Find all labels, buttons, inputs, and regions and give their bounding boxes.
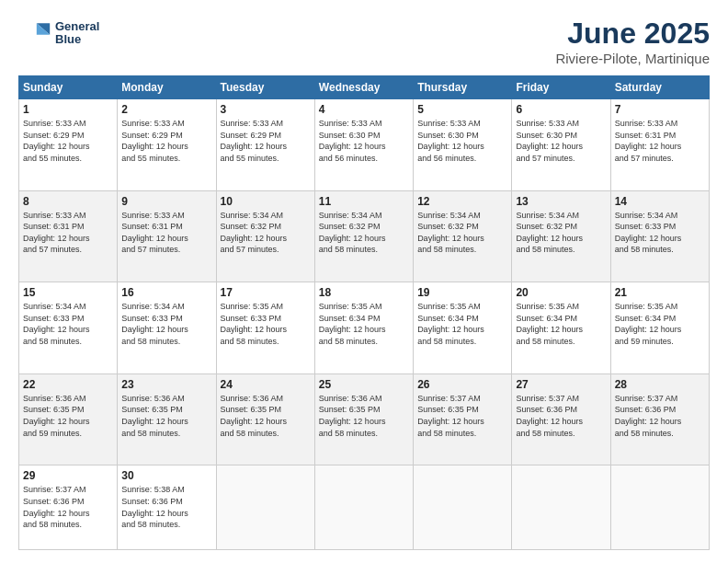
day-info: Sunrise: 5:35 AM Sunset: 6:33 PM Dayligh… xyxy=(221,301,311,347)
calendar-subtitle: Riviere-Pilote, Martinique xyxy=(555,51,710,66)
day-number: 7 xyxy=(615,103,705,116)
table-cell: 21Sunrise: 5:35 AM Sunset: 6:34 PM Dayli… xyxy=(610,282,709,374)
table-cell xyxy=(216,465,314,550)
table-cell: 24Sunrise: 5:36 AM Sunset: 6:35 PM Dayli… xyxy=(216,373,314,465)
table-cell: 1Sunrise: 5:33 AM Sunset: 6:29 PM Daylig… xyxy=(19,99,118,191)
logo: General Blue xyxy=(18,17,99,50)
day-number: 23 xyxy=(121,378,211,391)
day-number: 2 xyxy=(121,103,211,116)
day-info: Sunrise: 5:33 AM Sunset: 6:31 PM Dayligh… xyxy=(121,210,211,256)
table-cell: 12Sunrise: 5:34 AM Sunset: 6:32 PM Dayli… xyxy=(414,190,512,282)
day-info: Sunrise: 5:38 AM Sunset: 6:36 PM Dayligh… xyxy=(121,484,211,530)
day-info: Sunrise: 5:33 AM Sunset: 6:29 PM Dayligh… xyxy=(221,118,311,164)
col-tuesday: Tuesday xyxy=(216,76,314,99)
col-thursday: Thursday xyxy=(414,76,512,99)
day-info: Sunrise: 5:36 AM Sunset: 6:35 PM Dayligh… xyxy=(221,393,311,439)
table-cell: 9Sunrise: 5:33 AM Sunset: 6:31 PM Daylig… xyxy=(118,190,216,282)
col-monday: Monday xyxy=(118,76,216,99)
table-cell: 29Sunrise: 5:37 AM Sunset: 6:36 PM Dayli… xyxy=(19,465,118,550)
table-cell xyxy=(414,465,512,550)
calendar-table: Sunday Monday Tuesday Wednesday Thursday… xyxy=(18,75,710,550)
table-cell: 16Sunrise: 5:34 AM Sunset: 6:33 PM Dayli… xyxy=(118,282,216,374)
day-info: Sunrise: 5:37 AM Sunset: 6:36 PM Dayligh… xyxy=(23,484,113,530)
logo-line1: General xyxy=(55,20,99,33)
day-info: Sunrise: 5:34 AM Sunset: 6:32 PM Dayligh… xyxy=(221,210,311,256)
day-number: 20 xyxy=(516,286,606,299)
table-cell xyxy=(314,465,413,550)
day-number: 21 xyxy=(615,286,705,299)
col-friday: Friday xyxy=(512,76,610,99)
day-info: Sunrise: 5:35 AM Sunset: 6:34 PM Dayligh… xyxy=(615,301,705,347)
day-number: 26 xyxy=(417,378,507,391)
day-info: Sunrise: 5:33 AM Sunset: 6:31 PM Dayligh… xyxy=(615,118,705,164)
day-number: 9 xyxy=(121,195,211,208)
day-info: Sunrise: 5:37 AM Sunset: 6:36 PM Dayligh… xyxy=(516,393,606,439)
table-cell xyxy=(610,465,709,550)
day-info: Sunrise: 5:34 AM Sunset: 6:32 PM Dayligh… xyxy=(516,210,606,256)
day-info: Sunrise: 5:33 AM Sunset: 6:30 PM Dayligh… xyxy=(417,118,507,164)
day-info: Sunrise: 5:33 AM Sunset: 6:29 PM Dayligh… xyxy=(121,118,211,164)
title-block: June 2025 Riviere-Pilote, Martinique xyxy=(555,17,710,66)
table-cell: 27Sunrise: 5:37 AM Sunset: 6:36 PM Dayli… xyxy=(512,373,610,465)
logo-line2: Blue xyxy=(55,33,99,46)
day-number: 10 xyxy=(221,195,311,208)
day-number: 17 xyxy=(221,286,311,299)
table-cell: 8Sunrise: 5:33 AM Sunset: 6:31 PM Daylig… xyxy=(19,190,118,282)
table-cell: 6Sunrise: 5:33 AM Sunset: 6:30 PM Daylig… xyxy=(512,99,610,191)
day-info: Sunrise: 5:33 AM Sunset: 6:30 PM Dayligh… xyxy=(516,118,606,164)
col-saturday: Saturday xyxy=(610,76,709,99)
table-cell: 13Sunrise: 5:34 AM Sunset: 6:32 PM Dayli… xyxy=(512,190,610,282)
day-number: 16 xyxy=(121,286,211,299)
day-info: Sunrise: 5:35 AM Sunset: 6:34 PM Dayligh… xyxy=(417,301,507,347)
table-cell: 28Sunrise: 5:37 AM Sunset: 6:36 PM Dayli… xyxy=(610,373,709,465)
day-number: 27 xyxy=(516,378,606,391)
day-number: 4 xyxy=(319,103,409,116)
table-cell: 30Sunrise: 5:38 AM Sunset: 6:36 PM Dayli… xyxy=(118,465,216,550)
table-cell: 5Sunrise: 5:33 AM Sunset: 6:30 PM Daylig… xyxy=(414,99,512,191)
col-sunday: Sunday xyxy=(19,76,118,99)
day-info: Sunrise: 5:37 AM Sunset: 6:36 PM Dayligh… xyxy=(615,393,705,439)
day-number: 11 xyxy=(319,195,409,208)
table-cell: 25Sunrise: 5:36 AM Sunset: 6:35 PM Dayli… xyxy=(314,373,413,465)
table-cell: 14Sunrise: 5:34 AM Sunset: 6:33 PM Dayli… xyxy=(610,190,709,282)
table-cell: 20Sunrise: 5:35 AM Sunset: 6:34 PM Dayli… xyxy=(512,282,610,374)
table-cell: 15Sunrise: 5:34 AM Sunset: 6:33 PM Dayli… xyxy=(19,282,118,374)
day-number: 1 xyxy=(23,103,113,116)
day-info: Sunrise: 5:33 AM Sunset: 6:29 PM Dayligh… xyxy=(23,118,113,164)
logo-text: General Blue xyxy=(55,20,99,47)
day-number: 8 xyxy=(23,195,113,208)
table-cell: 17Sunrise: 5:35 AM Sunset: 6:33 PM Dayli… xyxy=(216,282,314,374)
day-info: Sunrise: 5:34 AM Sunset: 6:33 PM Dayligh… xyxy=(23,301,113,347)
day-info: Sunrise: 5:35 AM Sunset: 6:34 PM Dayligh… xyxy=(516,301,606,347)
header: General Blue June 2025 Riviere-Pilote, M… xyxy=(18,17,710,66)
day-number: 6 xyxy=(516,103,606,116)
day-number: 22 xyxy=(23,378,113,391)
day-number: 29 xyxy=(23,469,113,482)
day-number: 12 xyxy=(417,195,507,208)
table-cell: 3Sunrise: 5:33 AM Sunset: 6:29 PM Daylig… xyxy=(216,99,314,191)
table-cell: 2Sunrise: 5:33 AM Sunset: 6:29 PM Daylig… xyxy=(118,99,216,191)
day-number: 14 xyxy=(615,195,705,208)
day-info: Sunrise: 5:37 AM Sunset: 6:35 PM Dayligh… xyxy=(417,393,507,439)
table-cell: 11Sunrise: 5:34 AM Sunset: 6:32 PM Dayli… xyxy=(314,190,413,282)
col-wednesday: Wednesday xyxy=(314,76,413,99)
table-cell: 23Sunrise: 5:36 AM Sunset: 6:35 PM Dayli… xyxy=(118,373,216,465)
day-info: Sunrise: 5:34 AM Sunset: 6:32 PM Dayligh… xyxy=(319,210,409,256)
day-number: 24 xyxy=(221,378,311,391)
day-number: 19 xyxy=(417,286,507,299)
day-number: 15 xyxy=(23,286,113,299)
table-cell xyxy=(512,465,610,550)
day-number: 30 xyxy=(121,469,211,482)
day-info: Sunrise: 5:34 AM Sunset: 6:32 PM Dayligh… xyxy=(417,210,507,256)
day-info: Sunrise: 5:36 AM Sunset: 6:35 PM Dayligh… xyxy=(319,393,409,439)
day-number: 13 xyxy=(516,195,606,208)
logo-icon xyxy=(18,17,51,50)
calendar-title: June 2025 xyxy=(555,17,710,51)
day-info: Sunrise: 5:34 AM Sunset: 6:33 PM Dayligh… xyxy=(121,301,211,347)
table-cell: 26Sunrise: 5:37 AM Sunset: 6:35 PM Dayli… xyxy=(414,373,512,465)
day-info: Sunrise: 5:36 AM Sunset: 6:35 PM Dayligh… xyxy=(23,393,113,439)
day-info: Sunrise: 5:35 AM Sunset: 6:34 PM Dayligh… xyxy=(319,301,409,347)
day-number: 18 xyxy=(319,286,409,299)
table-cell: 18Sunrise: 5:35 AM Sunset: 6:34 PM Dayli… xyxy=(314,282,413,374)
calendar-header-row: Sunday Monday Tuesday Wednesday Thursday… xyxy=(19,76,710,99)
